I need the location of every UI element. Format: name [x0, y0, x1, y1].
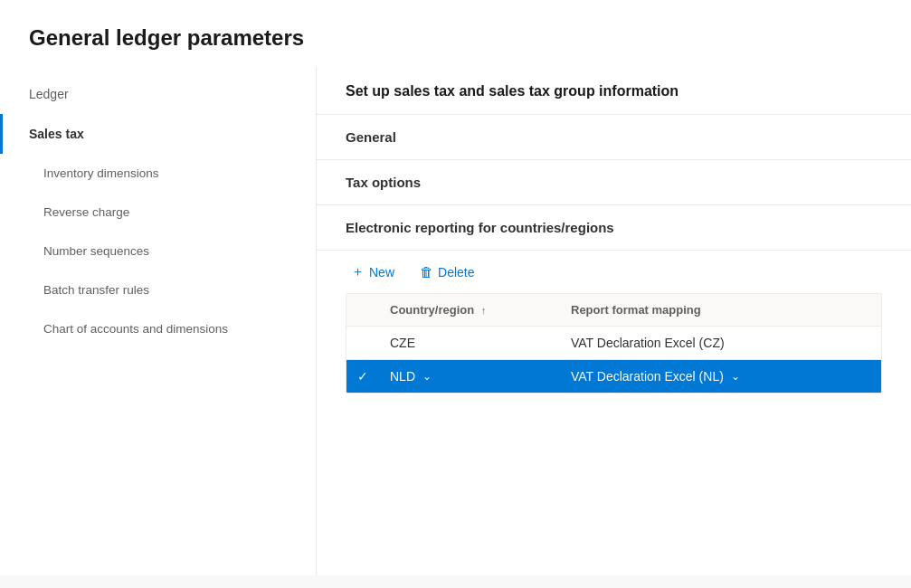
new-button[interactable]: ＋ New	[346, 260, 400, 284]
new-button-label: New	[369, 265, 394, 280]
row-check-cze	[346, 327, 379, 360]
delete-button[interactable]: 🗑 Delete	[414, 261, 479, 283]
section-electronic-reporting: Electronic reporting for countries/regio…	[317, 205, 911, 251]
sidebar-item-inventory-dimensions[interactable]: Inventory dimensions	[0, 154, 316, 193]
sidebar-item-chart-of-accounts[interactable]: Chart of accounts and dimensions	[0, 309, 316, 348]
er-table: Country/region ↑ Report format mapping C…	[346, 293, 882, 394]
table-row[interactable]: ✓ NLD ⌄ VAT Declaration Excel (NL) ⌄	[346, 360, 881, 394]
row-check-nld: ✓	[346, 360, 379, 394]
row-format-cze: VAT Declaration Excel (CZ)	[560, 327, 881, 360]
sidebar-item-reverse-charge[interactable]: Reverse charge	[0, 193, 316, 232]
sidebar-item-batch-transfer-rules[interactable]: Batch transfer rules	[0, 270, 316, 309]
col-check	[346, 294, 379, 327]
check-icon: ✓	[357, 369, 368, 384]
sidebar-item-sales-tax[interactable]: Sales tax	[0, 114, 316, 154]
row-country-cze: CZE	[379, 327, 560, 360]
row-format-nld: VAT Declaration Excel (NL) ⌄	[560, 360, 881, 394]
sidebar-item-number-sequences[interactable]: Number sequences	[0, 232, 316, 270]
section-tax-options: Tax options	[317, 160, 911, 205]
er-toolbar: ＋ New 🗑 Delete	[317, 251, 911, 293]
row-country-nld: NLD ⌄	[379, 360, 560, 394]
sort-icon: ↑	[481, 305, 487, 316]
delete-button-label: Delete	[438, 265, 474, 280]
section-general: General	[317, 115, 911, 160]
sidebar: Ledger Sales tax Inventory dimensions Re…	[0, 67, 317, 575]
col-report-format: Report format mapping	[560, 294, 881, 327]
country-dropdown-icon[interactable]: ⌄	[422, 370, 432, 383]
trash-icon: 🗑	[420, 264, 433, 280]
table-row[interactable]: CZE VAT Declaration Excel (CZ)	[346, 327, 881, 360]
format-dropdown-icon[interactable]: ⌄	[731, 370, 740, 383]
col-country[interactable]: Country/region ↑	[379, 294, 560, 327]
main-content: Set up sales tax and sales tax group inf…	[317, 67, 911, 575]
sidebar-item-ledger[interactable]: Ledger	[0, 74, 316, 114]
plus-icon: ＋	[351, 263, 365, 280]
page-title: General ledger parameters	[0, 0, 911, 67]
main-description: Set up sales tax and sales tax group inf…	[317, 67, 911, 115]
